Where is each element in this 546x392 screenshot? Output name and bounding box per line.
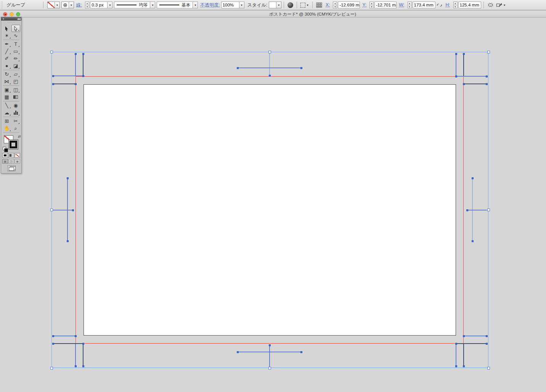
magic-wand-tool[interactable]: ✶ [2, 32, 11, 39]
blend-tool[interactable]: ◉ [11, 102, 21, 109]
anchor-point[interactable] [269, 75, 271, 77]
anchor-point[interactable] [52, 83, 54, 85]
y-position-input[interactable]: -12.701 mm [374, 2, 397, 8]
bbox-handle[interactable] [487, 209, 490, 211]
anchor-point[interactable] [455, 76, 457, 77]
panel-drag-handle[interactable] [1, 1, 3, 9]
stroke-weight-input[interactable]: 0.3 px [90, 2, 108, 8]
y-stepper[interactable]: ▲▼ [369, 2, 374, 8]
width-tool[interactable]: ⋈ [2, 78, 11, 85]
document-title-bar[interactable]: ポストカード* @ 300% (CMYK/プレビュー) [0, 11, 546, 18]
minimize-window-button[interactable] [10, 12, 14, 16]
opacity-dropdown[interactable]: ▼ [239, 2, 244, 8]
anchor-point[interactable] [300, 351, 302, 353]
tools-panel-header[interactable]: ✕ ◀◀ [1, 17, 21, 21]
gradient-button[interactable] [8, 153, 14, 158]
pencil-tool[interactable]: ✏ [11, 55, 21, 62]
type-tool[interactable]: T [11, 40, 21, 48]
anchor-point[interactable] [463, 365, 465, 367]
stroke-weight-dropdown[interactable]: ▼ [108, 2, 112, 8]
selection-tool[interactable] [2, 25, 11, 32]
anchor-point[interactable] [269, 344, 271, 346]
fill-color-swatch[interactable]: ▼ [47, 2, 60, 8]
anchor-point[interactable] [52, 343, 54, 345]
eraser-tool[interactable]: ◪ [11, 62, 21, 69]
y-position-label[interactable]: Y: [362, 2, 366, 8]
constrain-proportions-button[interactable] [435, 1, 443, 9]
shape-builder-tool[interactable]: ▣ [2, 86, 11, 93]
lasso-tool[interactable]: ∿ [11, 32, 21, 39]
stroke-swatch[interactable] [8, 140, 18, 149]
free-transform-tool[interactable]: ◰ [11, 78, 21, 85]
x-position-input[interactable]: -12.699 mm [338, 2, 360, 8]
close-panel-icon[interactable]: ✕ [2, 18, 5, 21]
width-input[interactable]: 173.4 mm [413, 2, 435, 8]
w-stepper[interactable]: ▲▼ [408, 2, 412, 8]
anchor-point[interactable] [82, 53, 84, 55]
anchor-point[interactable] [52, 335, 54, 337]
anchor-point[interactable] [486, 335, 488, 337]
transform-button[interactable] [486, 1, 495, 9]
style-dropdown[interactable]: ▼ [276, 2, 281, 8]
stroke-color-swatch[interactable]: ⊕ ▼ [61, 2, 74, 8]
anchor-point[interactable] [75, 53, 77, 55]
opacity-input[interactable]: 100% [221, 2, 239, 8]
anchor-point[interactable] [472, 240, 474, 242]
recolor-artwork-button[interactable] [286, 1, 294, 9]
x-stepper[interactable]: ▲▼ [333, 2, 337, 8]
anchor-point[interactable] [237, 67, 239, 69]
height-input[interactable]: 125.4 mm [458, 2, 481, 8]
bbox-handle[interactable] [268, 367, 271, 370]
gradient-tool[interactable] [11, 93, 21, 101]
style-swatch[interactable]: ▼ [269, 2, 281, 8]
line-segment-tool[interactable]: ╱ [2, 48, 11, 55]
artboard-tool[interactable]: ⊞ [2, 117, 11, 125]
anchor-point[interactable] [237, 351, 239, 353]
anchor-point[interactable] [75, 335, 77, 337]
eyedropper-tool[interactable]: ╲ [2, 102, 11, 109]
zoom-tool[interactable]: ⌕ [11, 125, 21, 132]
stroke-dropdown-arrow[interactable]: ▼ [69, 2, 74, 8]
bbox-handle[interactable] [50, 51, 53, 53]
select-similar-button[interactable]: ▼ [299, 1, 310, 9]
default-fill-stroke-icon[interactable] [3, 147, 6, 150]
panel-grip[interactable] [1, 21, 21, 24]
height-label[interactable]: H: [446, 2, 450, 8]
bbox-handle[interactable] [487, 367, 490, 370]
slice-tool[interactable]: ✂ [11, 117, 21, 125]
opacity-label[interactable]: 不透明度: [200, 2, 220, 8]
direct-selection-tool[interactable] [11, 25, 21, 32]
anchor-point[interactable] [82, 75, 84, 77]
bbox-handle[interactable] [268, 51, 271, 53]
anchor-point[interactable] [300, 67, 302, 69]
close-window-button[interactable] [3, 12, 7, 16]
anchor-point[interactable] [455, 343, 457, 345]
stroke-weight-stepper[interactable]: ▲▼ [85, 2, 89, 8]
anchor-point[interactable] [455, 53, 457, 55]
collapse-panel-icon[interactable]: ◀◀ [17, 18, 20, 21]
column-graph-tool[interactable] [11, 109, 21, 116]
rotate-tool[interactable]: ↻ [2, 71, 11, 78]
anchor-point[interactable] [486, 83, 488, 85]
screen-mode-button[interactable] [7, 165, 16, 171]
perspective-grid-tool[interactable]: ◫ [11, 86, 21, 93]
draw-normal-button[interactable]: ▣ [2, 159, 8, 164]
align-button[interactable] [315, 1, 323, 9]
anchor-point[interactable] [75, 365, 77, 367]
anchor-point[interactable] [82, 365, 84, 367]
bbox-handle[interactable] [487, 51, 490, 53]
brush-definition-dropdown[interactable]: ▼ [193, 2, 198, 8]
anchor-point[interactable] [455, 365, 457, 367]
fill-dropdown-arrow[interactable]: ▼ [55, 2, 59, 8]
anchor-point[interactable] [463, 335, 465, 337]
anchor-point[interactable] [72, 209, 74, 211]
anchor-point[interactable] [52, 75, 54, 77]
pen-tool[interactable]: ✒ [2, 40, 11, 48]
mesh-tool[interactable]: ▦ [2, 93, 11, 101]
anchor-point[interactable] [486, 343, 488, 345]
width-label[interactable]: W: [399, 2, 404, 8]
brush-definition-combo[interactable]: 基本 ▼ [157, 2, 198, 8]
anchor-point[interactable] [75, 83, 77, 85]
zoom-window-button[interactable] [16, 12, 20, 16]
width-profile-dropdown[interactable]: ▼ [150, 2, 155, 8]
